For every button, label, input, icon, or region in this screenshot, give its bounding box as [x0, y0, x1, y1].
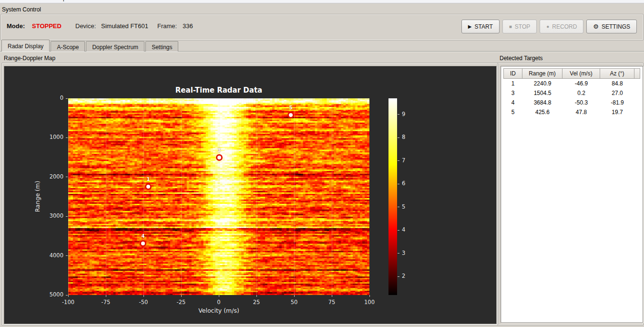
menu-view[interactable]: View — [17, 0, 30, 1]
stop-button-label: STOP — [515, 23, 530, 30]
target-marker-label-4: 4 — [138, 233, 148, 239]
x-tick-mark — [256, 295, 257, 297]
table-cell: 4 — [503, 98, 522, 107]
table-cell: 27.0 — [600, 88, 634, 98]
menu-file[interactable]: File — [4, 0, 13, 1]
x-tick-label: 25 — [245, 299, 268, 306]
colorbar-tick-mark — [398, 276, 399, 277]
tab-settings-label: Settings — [152, 44, 172, 51]
system-control-group-label: System Control — [1, 6, 42, 13]
colorbar-tick-mark — [398, 137, 399, 138]
plot-title: Real-Time Radar Data — [68, 86, 369, 95]
tab-a-scope-label: A-Scope — [57, 44, 79, 51]
x-tick-label: 75 — [320, 299, 343, 306]
frame-counter: 336 — [183, 22, 193, 30]
start-button[interactable]: ▶ START — [461, 20, 500, 33]
stop-button[interactable]: ■ STOP — [502, 20, 537, 33]
target-marker-label-3: 3 — [215, 148, 224, 153]
gear-icon: ⚙ — [593, 23, 599, 30]
y-tick-mark — [66, 216, 68, 217]
y-tick-label: 1000 — [36, 134, 63, 140]
x-tick-label: -75 — [94, 299, 117, 306]
target-marker-4 — [140, 240, 146, 247]
x-tick-label: 50 — [283, 299, 306, 306]
tab-radar-display-label: Radar Display — [8, 43, 43, 50]
table-cell: 19.7 — [600, 107, 634, 117]
table-cell: 5 — [503, 107, 522, 117]
table-cell: 84.8 — [600, 79, 634, 88]
table-cell: 1504.5 — [522, 88, 562, 98]
table-cell: 3684.8 — [522, 98, 562, 107]
record-button[interactable]: ● RECORD — [540, 20, 583, 33]
table-row[interactable]: 5425.647.819.7 — [503, 107, 640, 117]
settings-button[interactable]: ⚙ SETTINGS — [586, 20, 637, 33]
x-tick-mark — [369, 295, 370, 297]
x-tick-label: -100 — [57, 299, 80, 306]
y-tick-mark — [66, 295, 68, 295]
y-tick-mark — [66, 177, 68, 177]
colorbar-tick-label: 3 — [402, 250, 411, 256]
table-cell: -81.9 — [600, 98, 634, 107]
table-cell: -46.9 — [562, 79, 600, 88]
column-header-filler[interactable] — [634, 68, 640, 79]
column-header-id[interactable]: ID — [503, 68, 522, 79]
menu-bar: File View Tools Help — [0, 0, 644, 3]
start-button-label: START — [475, 23, 493, 30]
colorbar-tick-mark — [398, 160, 399, 161]
x-axis-label: Velocity (m/s) — [68, 307, 369, 314]
colorbar-tick-label: 7 — [402, 157, 411, 164]
colorbar-tick-label: 6 — [402, 180, 411, 187]
colorbar-tick-mark — [398, 253, 399, 253]
control-buttons: ▶ START ■ STOP ● RECORD ⚙ SETTINGS — [461, 20, 637, 33]
x-tick-mark — [68, 295, 69, 297]
colorbar-tick-label: 2 — [402, 273, 411, 279]
y-tick-label: 4000 — [36, 252, 63, 259]
mode-label: Mode: — [7, 22, 25, 30]
x-tick-label: 0 — [207, 299, 230, 306]
table-row[interactable]: 12240.9-46.984.8 — [503, 79, 640, 88]
y-tick-label: 0 — [36, 95, 63, 101]
table-header-row: IDRange (m)Vel (m/s)Az (°) — [503, 68, 640, 79]
mode-value-stopped: STOPPED — [32, 22, 61, 30]
range-doppler-map-label: Range-Doppler Map — [3, 55, 56, 62]
radar-app-window: File View Tools Help System Control Mode… — [0, 0, 644, 327]
target-marker-5 — [287, 112, 294, 118]
tab-bar: Radar Display A-Scope Doppler Spectrum S… — [1, 41, 179, 52]
menu-tools[interactable]: Tools — [34, 0, 48, 1]
table-row[interactable]: 31504.50.227.0 — [503, 88, 640, 98]
detected-targets-table: IDRange (m)Vel (m/s)Az (°)12240.9-46.984… — [503, 68, 640, 117]
frame-label: Frame: — [157, 22, 177, 30]
x-tick-mark — [181, 295, 182, 297]
table-cell: 0.2 — [562, 88, 600, 98]
tab-settings[interactable]: Settings — [145, 41, 178, 52]
target-marker-3 — [216, 154, 223, 161]
table-cell: -50.3 — [562, 98, 600, 107]
colorbar-tick-mark — [398, 230, 399, 231]
tab-radar-display[interactable]: Radar Display — [1, 40, 50, 52]
column-header-vel[interactable]: Vel (m/s) — [562, 68, 600, 79]
x-tick-mark — [106, 295, 106, 297]
target-marker-label-5: 5 — [286, 105, 296, 110]
x-tick-mark — [332, 295, 332, 297]
device-value: Simulated FT601 — [101, 22, 148, 30]
detected-targets-panel: IDRange (m)Vel (m/s)Az (°)12240.9-46.984… — [501, 66, 643, 323]
table-row[interactable]: 43684.8-50.3-81.9 — [503, 98, 640, 107]
y-axis-label: Range (m) — [34, 168, 41, 225]
colorbar-tick-label: 9 — [402, 111, 411, 117]
menu-help[interactable]: Help — [54, 0, 66, 1]
table-cell: 47.8 — [562, 107, 600, 117]
tab-doppler-spectrum[interactable]: Doppler Spectrum — [86, 41, 144, 52]
x-tick-label: -50 — [132, 299, 155, 306]
settings-button-label: SETTINGS — [602, 23, 630, 30]
range-doppler-heatmap — [68, 98, 369, 295]
column-header-range[interactable]: Range (m) — [522, 68, 562, 79]
colorbar-tick-mark — [398, 114, 399, 115]
y-tick-label: 5000 — [36, 291, 63, 298]
tab-doppler-spectrum-label: Doppler Spectrum — [92, 44, 138, 51]
tab-a-scope[interactable]: A-Scope — [51, 41, 85, 52]
colorbar — [388, 98, 397, 295]
x-tick-mark — [143, 295, 144, 297]
y-tick-mark — [66, 255, 68, 256]
column-header-az[interactable]: Az (°) — [600, 68, 634, 79]
colorbar-tick-label: 5 — [402, 203, 411, 210]
